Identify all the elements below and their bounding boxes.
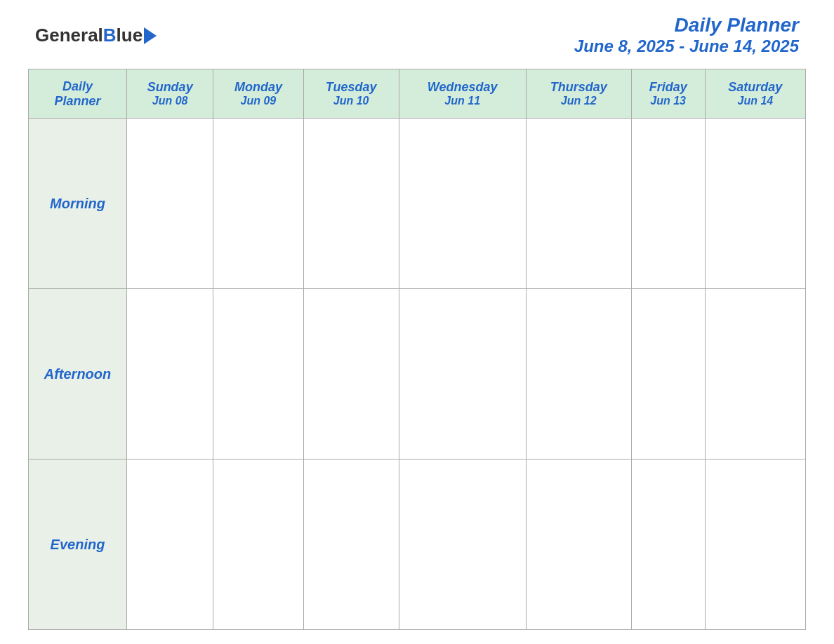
logo-lue: lue bbox=[117, 25, 143, 46]
afternoon-friday[interactable] bbox=[631, 289, 705, 459]
col-header-sunday: Sunday Jun 08 bbox=[127, 69, 213, 119]
evening-sunday[interactable] bbox=[127, 459, 213, 630]
morning-tuesday[interactable] bbox=[303, 119, 399, 289]
logo: GeneralBlue bbox=[35, 25, 157, 46]
row-morning: Morning bbox=[29, 119, 806, 289]
morning-wednesday[interactable] bbox=[399, 119, 526, 289]
title-main: Daily Planner bbox=[574, 14, 799, 36]
evening-saturday[interactable] bbox=[705, 459, 805, 630]
day-name-thursday: Thursday bbox=[529, 80, 628, 95]
evening-thursday[interactable] bbox=[526, 459, 631, 630]
morning-thursday[interactable] bbox=[526, 119, 631, 289]
morning-friday[interactable] bbox=[631, 119, 705, 289]
col-header-thursday: Thursday Jun 12 bbox=[526, 69, 631, 119]
day-date-sunday: Jun 08 bbox=[130, 95, 210, 107]
corner-cell: Daily Planner bbox=[29, 69, 127, 119]
day-name-wednesday: Wednesday bbox=[402, 80, 523, 95]
day-name-friday: Friday bbox=[635, 80, 702, 95]
morning-label: Morning bbox=[29, 119, 127, 289]
day-name-tuesday: Tuesday bbox=[307, 80, 396, 95]
page: GeneralBlue Daily Planner June 8, 2025 -… bbox=[0, 0, 834, 644]
logo-general: General bbox=[35, 25, 103, 46]
afternoon-label: Afternoon bbox=[29, 289, 127, 459]
day-name-monday: Monday bbox=[216, 80, 300, 95]
logo-text: GeneralBlue bbox=[35, 25, 143, 46]
logo-blue: B bbox=[103, 25, 117, 46]
col-header-friday: Friday Jun 13 bbox=[631, 69, 705, 119]
afternoon-saturday[interactable] bbox=[705, 289, 805, 459]
day-name-sunday: Sunday bbox=[130, 80, 210, 95]
afternoon-monday[interactable] bbox=[213, 289, 303, 459]
afternoon-sunday[interactable] bbox=[127, 289, 213, 459]
day-name-saturday: Saturday bbox=[708, 80, 802, 95]
evening-friday[interactable] bbox=[631, 459, 705, 630]
title-dates: June 8, 2025 - June 14, 2025 bbox=[574, 36, 799, 56]
morning-sunday[interactable] bbox=[127, 119, 213, 289]
planner-table: Daily Planner Sunday Jun 08 Monday Jun 0… bbox=[28, 69, 806, 630]
col-header-wednesday: Wednesday Jun 11 bbox=[399, 69, 526, 119]
row-evening: Evening bbox=[29, 459, 806, 630]
morning-monday[interactable] bbox=[213, 119, 303, 289]
evening-label: Evening bbox=[29, 459, 127, 630]
day-date-friday: Jun 13 bbox=[635, 95, 702, 107]
day-date-wednesday: Jun 11 bbox=[402, 95, 523, 107]
morning-saturday[interactable] bbox=[705, 119, 805, 289]
col-header-tuesday: Tuesday Jun 10 bbox=[303, 69, 399, 119]
afternoon-thursday[interactable] bbox=[526, 289, 631, 459]
evening-wednesday[interactable] bbox=[399, 459, 526, 630]
logo-triangle-icon bbox=[144, 27, 157, 44]
header-row: Daily Planner Sunday Jun 08 Monday Jun 0… bbox=[29, 69, 806, 119]
header-title: Daily Planner June 8, 2025 - June 14, 20… bbox=[574, 14, 799, 56]
afternoon-tuesday[interactable] bbox=[303, 289, 399, 459]
corner-line2: Planner bbox=[32, 94, 124, 109]
day-date-tuesday: Jun 10 bbox=[307, 95, 396, 107]
col-header-monday: Monday Jun 09 bbox=[213, 69, 303, 119]
row-afternoon: Afternoon bbox=[29, 289, 806, 459]
afternoon-wednesday[interactable] bbox=[399, 289, 526, 459]
day-date-monday: Jun 09 bbox=[216, 95, 300, 107]
evening-tuesday[interactable] bbox=[303, 459, 399, 630]
corner-line1: Daily bbox=[32, 79, 124, 94]
header: GeneralBlue Daily Planner June 8, 2025 -… bbox=[28, 14, 806, 56]
evening-monday[interactable] bbox=[213, 459, 303, 630]
col-header-saturday: Saturday Jun 14 bbox=[705, 69, 805, 119]
day-date-thursday: Jun 12 bbox=[529, 95, 628, 107]
day-date-saturday: Jun 14 bbox=[708, 95, 802, 107]
